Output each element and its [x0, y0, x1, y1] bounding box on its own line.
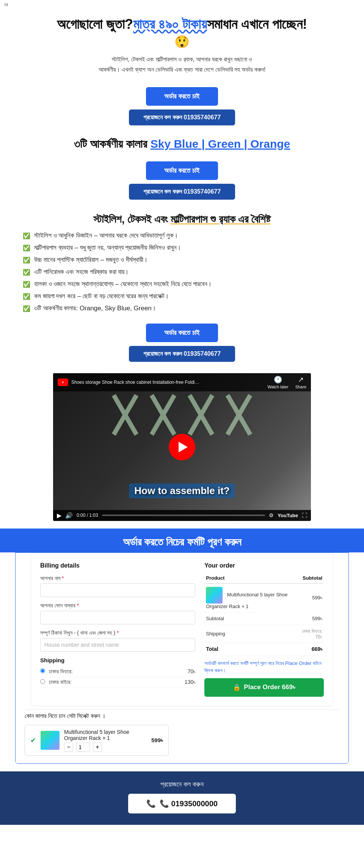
phone-group: আপনার ফোন নাম্বার *: [40, 602, 195, 624]
shipping-label: Shipping: [40, 657, 195, 663]
features-section: স্টাইলিশ, টেকসই এবং মাল্টিপারপাস শু র‍্য…: [0, 206, 364, 369]
place-order-button[interactable]: Place Order 669৳: [204, 678, 324, 697]
address-group: সম্পূর্ণ ঠিকানা লিখুন - ( থানা এবং জেলা …: [40, 630, 195, 652]
video-bottombar: ▶ 🔊 0:00 / 1:03 ⚙ YouTube ⛶: [53, 510, 311, 521]
colors-section: ৩টি আকর্ষণীয় কালার Sky Blue | Green | O…: [0, 131, 364, 206]
video-wrapper[interactable]: Shoes storage Shoe Rack shoe cabinet Ins…: [53, 373, 311, 521]
features-title: স্টাইলিশ, টেকসই এবং মাল্টিপারপাস শু র‍্য…: [23, 213, 341, 226]
order-table: Product Subtotal Multifunctional 5 layer…: [204, 573, 324, 656]
play-pause-icon[interactable]: ▶: [57, 512, 61, 519]
feature-item: ৩টি আকর্ষণীয় কালার: Orange, Sky Blue, G…: [23, 305, 341, 312]
qty-decrease-button[interactable]: −: [64, 743, 73, 752]
feature-item: কম জায়গা দখল করে – ছোট বা বড় যেকোনো ঘর…: [23, 292, 341, 300]
form-outer: Billing details আপনার নাম * আপনার ফোন না…: [15, 552, 349, 764]
billing-title: Billing details: [40, 562, 195, 569]
colors-order-button[interactable]: অর্ডার করতে চাই: [146, 161, 218, 180]
order-section-header: অর্ডার করতে নিচের ফর্মটি পূরণ করুন: [0, 529, 364, 552]
feature-list: স্টাইলিশ ও আধুনিক ডিজাইন – আপনার ঘরকে দে…: [23, 232, 341, 312]
color-select-title: কোন কালার নিতে চান সেটা সিলেক্ট করুন ।: [25, 713, 339, 719]
hero-title: অগোছালো জুতা?মাত্র ৪৯০ টাকায়সমাধান এখান…: [15, 16, 349, 32]
fullscreen-icon[interactable]: ⛶: [302, 512, 307, 518]
feature-item: হালকা ও ওজনে সহজে স্থানান্তরযোগ্য – যেকো…: [23, 280, 341, 288]
shipping-row-outside: ঢাকার বাইরে: 130৳: [40, 677, 195, 688]
video-topbar: Shoes storage Shoe Rack shoe cabinet Ins…: [53, 373, 311, 391]
qty-controls: − +: [64, 743, 147, 752]
product-row: Multifunctional 5 layer Shoe Organizer R…: [204, 583, 324, 613]
hero-emoji: 😲: [15, 34, 349, 49]
shipping-outside-radio[interactable]: [40, 679, 45, 684]
hero-call-button[interactable]: প্রয়োজনে কল করুন 01935740677: [129, 109, 235, 125]
color-item-details: Multifunctional 5 layer Shoe Organizer R…: [64, 729, 147, 752]
subtotal-row: Subtotal 599৳: [204, 612, 324, 625]
total-row: Total 669৳: [204, 643, 324, 655]
youtube-watermark: YouTube: [278, 513, 298, 518]
footer-section: প্রয়োজনে কল করুন 📞 01935000000: [0, 771, 364, 825]
features-call-button[interactable]: প্রয়োজনে কল করুন 01935740677: [129, 346, 235, 362]
feature-item: মাল্টিপারপাস ব্যবহার – শুধু জুতা নয়, অন…: [23, 244, 341, 252]
watch-later-label[interactable]: 🕐 Watch later: [267, 375, 288, 389]
debug-label: ht: [0, 0, 364, 9]
product-cell: Multifunctional 5 layer Shoe Organizer R…: [204, 583, 296, 613]
x-shape-2: [148, 392, 178, 438]
qty-input[interactable]: [76, 743, 90, 752]
shipping-info-row: Shipping ঢাকার ভিতরে: 70৳: [204, 625, 324, 643]
hero-section: অগোছালো জুতা?মাত্র ৪৯০ টাকায়সমাধান এখান…: [0, 9, 364, 131]
video-title: Shoes storage Shoe Rack shoe cabinet Ins…: [71, 380, 200, 385]
shipping-inside-label[interactable]: ঢাকার ভিতরে:: [40, 668, 73, 675]
order-column: Your order Product Subtotal Multifunctio…: [204, 562, 324, 697]
phone-icon: [146, 799, 156, 808]
assembly-text: How to assemble it?: [129, 483, 235, 498]
share-label[interactable]: ↗ Share: [295, 375, 306, 389]
divider: [25, 709, 339, 710]
play-button[interactable]: [169, 434, 195, 460]
order-summary-title: Your order: [204, 562, 324, 569]
shipping-outside-label[interactable]: ঢাকার বাইরে:: [40, 679, 72, 685]
x-shape-1: [110, 392, 140, 438]
shipping-inside-radio[interactable]: [40, 668, 45, 673]
video-section: Shoes storage Shoe Rack shoe cabinet Ins…: [0, 369, 364, 529]
footer-phone-number: 📞 01935000000: [160, 799, 218, 808]
hero-subtitle: স্টাইলিশ, টেকসই এবং মাল্টিপারপাস ও র‍্যা…: [68, 54, 296, 75]
color-item: ✔ Multifunctional 5 layer Shoe Organizer…: [25, 725, 169, 756]
video-x-shapes: [110, 392, 254, 438]
product-price-cell: 599৳: [296, 583, 324, 613]
color-select-area: কোন কালার নিতে চান সেটা সিলেক্ট করুন । ✔…: [16, 709, 348, 763]
qty-increase-button[interactable]: +: [93, 743, 102, 752]
color-item-name: Multifunctional 5 layer Shoe Organizer R…: [64, 729, 147, 741]
x-shape-3: [186, 392, 216, 438]
form-section: Billing details আপনার নাম * আপনার ফোন না…: [31, 553, 333, 706]
progress-bar[interactable]: [102, 515, 265, 516]
phone-label: আপনার ফোন নাম্বার *: [40, 602, 195, 609]
address-label: সম্পূর্ণ ঠিকানা লিখুন - ( থানা এবং জেলা …: [40, 630, 195, 636]
settings-icon[interactable]: ⚙: [269, 512, 274, 518]
shipping-row-inside: ঢাকার ভিতরে: 70৳: [40, 666, 195, 677]
product-small-image: [41, 731, 60, 750]
check-icon: ✔: [30, 736, 36, 744]
order-section-title: অর্ডার করতে নিচের ফর্মটি পূরণ করুন: [15, 536, 349, 549]
lock-icon: [233, 683, 241, 691]
volume-icon[interactable]: 🔊: [65, 512, 73, 519]
billing-column: Billing details আপনার নাম * আপনার ফোন না…: [40, 562, 195, 697]
address-input[interactable]: [40, 638, 195, 652]
video-topbar-left: Shoes storage Shoe Rack shoe cabinet Ins…: [58, 378, 200, 386]
subtotal-col-header: Subtotal: [296, 573, 324, 583]
phone-input[interactable]: [40, 611, 195, 624]
product-col-header: Product: [204, 573, 296, 583]
feature-item: উচ্চ মানের প্লাস্টিক ম্যাটেরিয়াল – মজবু…: [23, 256, 341, 264]
time-display: 0:00 / 1:03: [77, 513, 98, 518]
color-item-price: 599৳: [151, 737, 163, 744]
feature-item: স্টাইলিশ ও আধুনিক ডিজাইন – আপনার ঘরকে দে…: [23, 232, 341, 239]
product-image: [206, 587, 223, 604]
footer-phone-button[interactable]: 📞 01935000000: [128, 794, 236, 813]
colors-call-button[interactable]: প্রয়োজনে কল করুন 01935740677: [129, 184, 235, 200]
order-note: অর্ডারটি কনফার্ম করতে ফর্মটি সম্পূর্ণ পূ…: [204, 660, 324, 674]
name-label: আপনার নাম *: [40, 575, 195, 582]
x-shape-4: [224, 392, 254, 438]
youtube-icon: [58, 378, 68, 386]
footer-call-label: প্রয়োজনে কল করুন: [15, 780, 349, 788]
name-input[interactable]: [40, 583, 195, 597]
features-order-button[interactable]: অর্ডার করতে চাই: [146, 324, 218, 342]
video-topbar-right: 🕐 Watch later ↗ Share: [267, 375, 306, 389]
hero-order-button[interactable]: অর্ডার করতে চাই: [146, 87, 218, 106]
colors-title: ৩টি আকর্ষণীয় কালার Sky Blue | Green | O…: [15, 138, 349, 151]
